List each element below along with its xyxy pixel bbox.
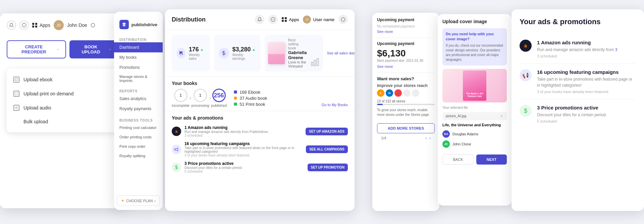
page-arrows[interactable]: ‹ › xyxy=(426,136,431,140)
sidebar-item-printing-calc[interactable]: Printing cost calculator xyxy=(114,123,163,132)
amazon-scheduled-label: 3 scheduled xyxy=(184,134,302,137)
sidebar-item-royalty-split[interactable]: Royalty splitting xyxy=(114,151,163,161)
next-button[interactable]: NEXT xyxy=(476,154,507,165)
svg-point-16 xyxy=(234,97,237,100)
processing-count: 1 processing xyxy=(192,89,209,107)
sales-icon xyxy=(176,48,185,58)
book-upload-button[interactable]: BOOK UPLOAD xyxy=(69,40,117,58)
reports-section-label: REPORTS xyxy=(114,87,163,94)
bell-icon[interactable] xyxy=(255,15,264,24)
svg-rect-13 xyxy=(314,60,316,65)
campaigns-ad-title: 16 upcoming featuring campaigns xyxy=(537,69,636,75)
svg-rect-5 xyxy=(15,92,18,95)
stores-count-label: 13 of 132 all stores xyxy=(377,99,435,103)
box-icon xyxy=(91,23,95,28)
price-promos-ad-item: $ 3 Price promotions active Discount you… xyxy=(520,99,636,129)
author-avatar-2: JC xyxy=(442,140,450,148)
published-circle: 256 xyxy=(212,89,226,102)
sidebar-item-manage-stores[interactable]: Manage stores & Imprints xyxy=(114,73,163,85)
info-icon[interactable] xyxy=(19,20,29,30)
file-name: picture_AI.jpg xyxy=(446,114,466,118)
earnings-trend-icon: ▲ xyxy=(252,48,256,51)
sidebar-item-print-copy[interactable]: Print copy order xyxy=(114,142,163,151)
upload-print-item[interactable]: Upload print on demand xyxy=(7,87,117,101)
sidebar-item-mybooks[interactable]: My books xyxy=(114,52,163,62)
sidebar-item-dashboard[interactable]: Dashboard xyxy=(114,42,163,52)
see-more-link-2[interactable]: See more xyxy=(377,64,435,69)
apps-nav[interactable]: Apps xyxy=(32,23,50,28)
bestselling-card: Best selling book Gabriella Greene Love … xyxy=(265,35,323,72)
see-more-link-1[interactable]: See more xyxy=(377,30,435,34)
sidebar-item-sales[interactable]: Sales analytics xyxy=(114,94,163,104)
upcoming-payment-2: Upcoming payment $6,130 Next payment due… xyxy=(377,41,435,69)
processing-circle: 1 xyxy=(194,89,207,102)
prompt-desc: If you do, check out our recommended cov… xyxy=(446,43,503,62)
setup-promotion-button[interactable]: SET UP PROMOTION xyxy=(308,164,348,171)
svg-point-6 xyxy=(15,106,18,109)
upload-ebook-item[interactable]: Upload ebook xyxy=(7,73,117,87)
stores-desc: To grow your stores reach, enable more s… xyxy=(377,108,435,117)
nav-top: Apps JD John Doe xyxy=(7,20,117,30)
user-avatar[interactable]: JD xyxy=(54,20,64,30)
apps-nav-dash[interactable]: Apps xyxy=(282,17,299,22)
distribution-section-label: DISTRIBUTION xyxy=(114,36,163,42)
file-name-row: picture_AI.jpg xyxy=(442,112,507,120)
apps-label-dash: Apps xyxy=(289,17,299,22)
upload-dropdown-menu: Upload ebook Upload print on demand Uplo… xyxy=(7,69,117,132)
store-icons-row: A W 🎵 xyxy=(377,89,435,97)
bulk-upload-label: Bulk upload xyxy=(23,119,48,124)
audiobook-count: 37 Audio book xyxy=(239,96,267,101)
ebook-icon xyxy=(13,77,19,83)
action-btn-group: CREATE PREORDER BOOK UPLOAD xyxy=(7,40,117,58)
sidebar-item-royalty[interactable]: Royalty payments xyxy=(114,104,163,114)
upload-audio-item[interactable]: Upload audio xyxy=(7,101,117,115)
payment-due-label: Next payment due: 2021-01-30 xyxy=(377,59,435,62)
svg-rect-12 xyxy=(311,62,313,66)
back-button[interactable]: BACK xyxy=(442,154,474,165)
audio-icon xyxy=(13,105,19,111)
dollar-icon xyxy=(172,163,181,172)
stats-row: 176 ▲ Weekly sales $3,280 ▲ xyxy=(165,30,355,77)
user-nav-dash[interactable]: U User name xyxy=(303,15,334,24)
amazon-brand-icon: a xyxy=(172,127,181,136)
prev-arrow[interactable]: ‹ xyxy=(426,136,427,140)
book-upload-label: BOOK UPLOAD xyxy=(75,44,106,54)
setup-amazon-ads-button[interactable]: SET UP AMAZON ADS xyxy=(306,128,348,135)
chevron-down-icon xyxy=(56,48,59,51)
upcoming-payment-title-2: Upcoming payment xyxy=(377,41,435,46)
chevron-right-icon: › xyxy=(154,199,156,203)
sidebar-item-order-printing[interactable]: Order printing costs xyxy=(114,132,163,142)
svg-rect-17 xyxy=(234,103,237,106)
sidebar-item-promotions[interactable]: Promotions xyxy=(114,62,163,73)
pagination-row: 1/4 ‹ › xyxy=(377,133,435,143)
close-icon[interactable] xyxy=(499,114,503,118)
upload-print-label: Upload print on demand xyxy=(23,91,73,96)
info-icon-dash[interactable] xyxy=(268,15,278,24)
bulk-upload-item[interactable]: Bulk upload xyxy=(7,115,117,128)
sidebar-logo: publishdrive xyxy=(114,17,163,36)
choose-plan-button[interactable]: ★ CHOOSE PLAN › xyxy=(117,195,160,206)
see-campaigns-button[interactable]: SEE ALL CAMPAIGNS xyxy=(306,145,348,153)
user-avatar-dash: U xyxy=(303,15,311,24)
price-promos-info: 3 Price promotions active Discount your … xyxy=(184,161,304,173)
price-promos-row: 3 Price promotions active Discount your … xyxy=(165,159,355,175)
notification-icon[interactable] xyxy=(7,20,16,30)
add-more-stores-button[interactable]: ADD MORE STORES xyxy=(377,123,435,133)
svg-rect-15 xyxy=(234,91,237,94)
box-icon-dash[interactable] xyxy=(338,15,348,24)
panel-payment: Upcoming payment No scheduled payment Se… xyxy=(372,13,439,211)
chevron-down-icon-2 xyxy=(108,48,111,51)
amazon-ad-desc: Run and manage amazon ads directly from … xyxy=(537,47,617,53)
create-preorder-button[interactable]: CREATE PREORDER xyxy=(7,40,66,58)
dashboard-nav-icons: Apps U User name xyxy=(255,15,348,24)
svg-point-7 xyxy=(16,107,17,108)
campaigns-title: 16 upcoming featuring campaigns xyxy=(184,141,303,146)
panel-create-preorder: Apps JD John Doe CREATE PREORDER BOOK UP… xyxy=(0,13,124,208)
ads-promotions-section-title: Your ads & promotions xyxy=(165,111,355,123)
price-promos-desc: Discount your titles for a certain perio… xyxy=(184,166,304,170)
next-arrow[interactable]: › xyxy=(429,136,431,140)
go-to-books-link[interactable]: Go to My Books xyxy=(322,103,348,107)
print-icon xyxy=(13,91,19,97)
panel-dashboard: Distribution Apps U User name xyxy=(165,9,355,211)
see-all-sales-link[interactable]: See all sales data xyxy=(327,51,355,55)
